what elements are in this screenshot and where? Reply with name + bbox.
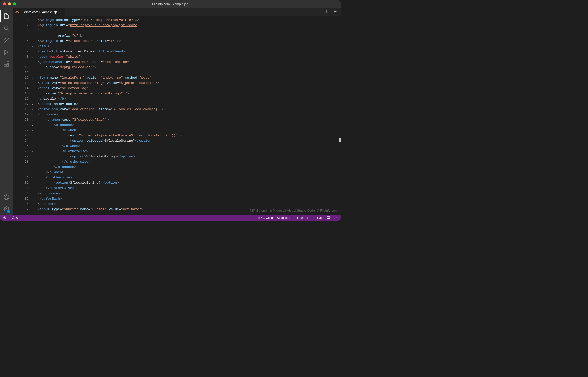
code-line[interactable]: <c:choose>: [38, 122, 341, 128]
code-line[interactable]: <head><title>Localized Dates</title></he…: [38, 49, 341, 54]
code-line[interactable]: </c:forEach>: [38, 196, 341, 201]
fold-chevron-icon[interactable]: ⌄: [29, 44, 33, 49]
more-actions-icon[interactable]: [334, 10, 338, 15]
svg-rect-5: [4, 62, 6, 64]
code-line[interactable]: <select name=locale>: [38, 101, 341, 107]
code-line[interactable]: <%@ taglib uri="/functions" prefix="f" %…: [38, 38, 341, 44]
status-bell-icon[interactable]: [333, 215, 339, 221]
code-line[interactable]: <c:forEach var="localeString" items="${l…: [38, 107, 341, 112]
fold-chevron-icon[interactable]: ⌄: [29, 117, 33, 122]
svg-point-3: [4, 38, 6, 39]
run-debug-icon[interactable]: [0, 46, 12, 58]
code-line[interactable]: <c:choose>: [38, 112, 341, 117]
code-line[interactable]: <c:otherwise>: [38, 175, 341, 180]
status-feedback-icon[interactable]: [326, 215, 331, 221]
code-line[interactable]: <%@ page contentType="text/html; charset…: [38, 17, 341, 23]
editor-area[interactable]: 123456⌄78⌄9101112⌄1314151617⌄18⌄19⌄20⌄21…: [13, 16, 341, 215]
line-number: 21⌄: [13, 122, 29, 128]
code-line[interactable]: <c:otherwise>: [38, 149, 341, 154]
window-minimize-button[interactable]: [8, 2, 11, 5]
line-number: 20⌄: [13, 117, 29, 122]
svg-point-19: [13, 219, 14, 219]
fold-chevron-icon[interactable]: ⌄: [29, 75, 33, 80]
svg-point-15: [335, 11, 336, 12]
code-line[interactable]: <c:when test="${selectedFlag}">: [38, 117, 341, 122]
code-line[interactable]: </c:when>: [38, 170, 341, 175]
watermark-label: JSP file open in Microsoft Visual Studio…: [249, 208, 338, 213]
editor-tab[interactable]: <> FileInfo.com Example.jsp ×: [13, 8, 65, 16]
line-number: 33: [13, 185, 29, 191]
fold-chevron-icon[interactable]: ⌄: [29, 175, 33, 180]
line-number: 18⌄: [13, 107, 29, 112]
code-line[interactable]: <b>Locale:</b>: [38, 96, 341, 101]
search-icon[interactable]: [0, 22, 12, 34]
tab-close-icon[interactable]: ×: [59, 10, 63, 14]
code-line[interactable]: </c:otherwise>: [38, 185, 341, 191]
line-number: 25: [13, 143, 29, 149]
code-line[interactable]: <jsp:useBean id="locales" scope="applica…: [38, 59, 341, 65]
svg-rect-6: [4, 64, 6, 66]
code-line[interactable]: class="mypkg.MyLocales"/>: [38, 65, 341, 70]
svg-point-2: [4, 41, 6, 42]
status-encoding[interactable]: UTF-8: [293, 215, 304, 221]
svg-point-10: [6, 196, 7, 197]
fold-chevron-icon[interactable]: ⌄: [29, 112, 33, 117]
code-line[interactable]: </c:choose>: [38, 164, 341, 170]
fold-chevron-icon[interactable]: ⌄: [29, 54, 33, 59]
code-line[interactable]: <option selected>${localeString}</option…: [38, 138, 341, 143]
split-editor-icon[interactable]: [326, 10, 330, 15]
code-line[interactable]: prefix="c" %>: [38, 33, 341, 38]
line-number: 22⌄: [13, 128, 29, 133]
line-number: 13: [13, 80, 29, 86]
status-indentation[interactable]: Spaces: 4: [276, 215, 291, 221]
window-close-button[interactable]: [3, 2, 6, 5]
code-line[interactable]: <body bgcolor="white">: [38, 54, 341, 59]
line-number: 8⌄: [13, 54, 29, 59]
source-control-icon[interactable]: [0, 34, 12, 46]
status-cursor-position[interactable]: Ln 49, Col 8: [256, 215, 274, 221]
code-line[interactable]: <option>${localeString}</option>: [38, 180, 341, 185]
fold-chevron-icon[interactable]: ⌄: [29, 122, 33, 128]
line-number: 5: [13, 38, 29, 44]
code-line[interactable]: </c:when>: [38, 143, 341, 149]
fold-chevron-icon[interactable]: ⌄: [29, 149, 33, 154]
code-content[interactable]: <%@ page contentType="text/html; charset…: [31, 16, 341, 215]
fold-chevron-icon[interactable]: ⌄: [29, 128, 33, 133]
line-number: 11: [13, 70, 29, 75]
code-line[interactable]: test="${f:equals(selectedLocaleString, l…: [38, 133, 341, 138]
settings-gear-icon[interactable]: 1: [0, 203, 12, 215]
accounts-icon[interactable]: [0, 191, 12, 203]
code-line[interactable]: value="${!empty selectedLocaleString}" /…: [38, 91, 341, 96]
line-number: 34: [13, 191, 29, 196]
code-line[interactable]: ": [38, 28, 341, 33]
line-number: 23: [13, 133, 29, 138]
status-errors[interactable]: 0 0: [2, 215, 19, 221]
tab-label: FileInfo.com Example.jsp: [21, 10, 57, 14]
code-line[interactable]: </c:otherwise>: [38, 159, 341, 164]
line-number: 2: [13, 23, 29, 28]
status-language[interactable]: HTML: [313, 215, 324, 221]
explorer-icon[interactable]: [0, 10, 12, 22]
svg-point-11: [6, 208, 7, 210]
svg-point-0: [4, 26, 8, 30]
fold-chevron-icon[interactable]: ⌄: [29, 101, 33, 107]
code-line[interactable]: <%@ taglib uri="http://java.sun.com/jsp/…: [38, 23, 341, 28]
code-line[interactable]: <html>: [38, 44, 341, 49]
line-number: 6⌄: [13, 44, 29, 49]
line-number: 36: [13, 201, 29, 207]
window-zoom-button[interactable]: [13, 2, 16, 5]
code-line[interactable]: <option>${localeString}</option>: [38, 154, 341, 159]
fold-chevron-icon[interactable]: ⌄: [29, 107, 33, 112]
line-number: 1: [13, 17, 29, 23]
code-line[interactable]: <c:set var="selectedLocaleString" value=…: [38, 80, 341, 86]
code-line[interactable]: </c:choose>: [38, 191, 341, 196]
code-line[interactable]: <form name="localeForm" action="index.js…: [38, 75, 341, 80]
extensions-icon[interactable]: [0, 58, 12, 70]
status-eol[interactable]: LF: [306, 215, 311, 221]
code-line[interactable]: <c:when: [38, 128, 341, 133]
code-line[interactable]: [38, 70, 341, 75]
line-number-gutter: 123456⌄78⌄9101112⌄1314151617⌄18⌄19⌄20⌄21…: [13, 16, 31, 215]
code-line[interactable]: </select>: [38, 201, 341, 207]
code-line[interactable]: <c:set var="selectedFlag": [38, 86, 341, 91]
line-number: 35: [13, 196, 29, 201]
